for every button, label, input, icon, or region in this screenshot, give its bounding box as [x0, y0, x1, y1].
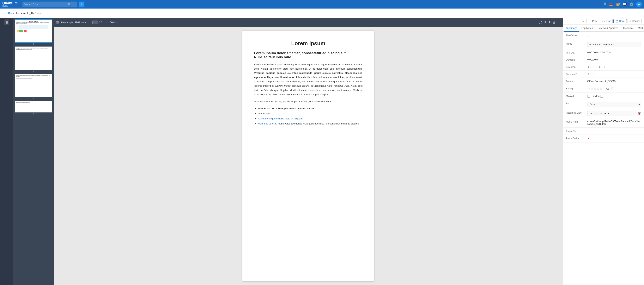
recorded-date-value: 📅 [587, 111, 641, 116]
name-value [587, 42, 641, 47]
star-5[interactable]: ☆ [600, 87, 602, 91]
marked-label: Marked [566, 95, 587, 98]
hamburger-icon[interactable]: ☰ [56, 21, 59, 24]
basket-icon[interactable]: 🧺 [616, 2, 620, 7]
add-button[interactable]: + [79, 2, 84, 7]
topbar-icons: 🔎 📤 🧺 💬 ⚙️ A [602, 2, 642, 7]
proxy-online-value: ✗ [587, 137, 641, 140]
list-item-link-2[interactable]: Mauris id ex erat. [258, 122, 277, 125]
list-view-icon[interactable]: ☰ [4, 26, 9, 32]
star-1[interactable]: ☆ [587, 87, 590, 91]
name-input[interactable] [587, 42, 641, 47]
marked-checkbox[interactable] [587, 95, 590, 98]
page-number-input[interactable]: 1 [92, 21, 98, 24]
media-path-row: Media Path /Users/catdvmy/Media/S3 Tests… [563, 118, 644, 128]
doc-subtitle: Lorem ipsum dolor sit amet, consectetur … [254, 51, 362, 59]
page-navigation: 1 / 5 [92, 21, 102, 24]
prev-label: ↑ Prev [590, 20, 597, 23]
thumb-page-2[interactable]: Lorem ipsum dolor sit amet consectetur a… [15, 47, 52, 70]
list-item: Aenean congue fringilla justo ut aliquam… [258, 117, 362, 121]
star-2[interactable]: ☆ [590, 87, 593, 91]
recorded-date-input[interactable] [587, 111, 636, 116]
more-options-icon[interactable]: ⋯ [580, 19, 584, 23]
list-item[interactable]: Vestibulum neque massa scelerisque sit a… [15, 74, 52, 100]
marked-value: Hidden [587, 95, 641, 98]
list-item: Maecenas non lorem quis tellus placerat … [258, 106, 362, 111]
star-4[interactable]: ☆ [596, 87, 599, 91]
upload-icon[interactable]: 📤 [609, 2, 613, 7]
thumb-label-3: 3 [15, 97, 52, 100]
settings-icon[interactable]: ⚙️ [630, 2, 634, 7]
rating-label: Rating [566, 87, 587, 90]
thumbnail-view-icon[interactable]: ⊞ [4, 19, 9, 26]
thumb-page-1[interactable]: Lorem ipsum Lorem ipsum dolor sit amet, … [15, 19, 52, 43]
marked-checkbox-item[interactable] [587, 95, 590, 98]
proxy-file-row: Proxy File [563, 128, 644, 135]
proxy-file-label: Proxy File [566, 130, 587, 133]
type-icon[interactable]: 📄 [611, 87, 614, 90]
recorded-date-row: Recorded Date 📅 [563, 109, 644, 118]
thumb-page-4[interactable]: Aenean congue fringilla justo ut aliquam… [15, 101, 52, 112]
list-item: Nulla facilisi. [258, 112, 362, 116]
cancel-button[interactable]: ✕ Cancel [628, 19, 642, 23]
tab-review[interactable]: Review & Approve [595, 25, 620, 32]
expand-icon[interactable]: ⛶ [539, 21, 542, 24]
format-label: Format [566, 80, 587, 83]
search-tools-icon[interactable]: 🔎 [602, 2, 606, 7]
list-item[interactable]: Lorem ipsum dolor sit amet consectetur a… [15, 47, 52, 73]
media-path-label: Media Path [566, 120, 587, 123]
hidden-checkbox-item[interactable]: Hidden [592, 95, 603, 98]
search-bar[interactable]: 🔍 [22, 2, 77, 7]
save-icon: 💾 [616, 20, 618, 23]
name-label: Name [566, 42, 587, 45]
prev-button[interactable]: ↑ ↑ Prev [586, 19, 599, 23]
file-online-row: File Online ✓ [563, 32, 644, 40]
list-item[interactable]: Lorem ipsum Lorem ipsum dolor sit amet, … [15, 19, 52, 45]
rotate-icon[interactable]: ↺ [544, 21, 546, 24]
right-panel: ⋯ ↑ ↑ Prev ↓ ↓ Next 💾 Save ✕ Cancel Summ… [563, 18, 644, 285]
doc-page: Lorem ipsum Lorem ipsum dolor sit amet, … [242, 31, 374, 281]
back-link[interactable]: Back [8, 12, 14, 15]
thumb-page-3[interactable]: Vestibulum neque massa scelerisque sit a… [15, 74, 52, 97]
star-3[interactable]: ☆ [594, 87, 596, 91]
search-icon[interactable]: 🔍 [68, 3, 71, 6]
hidden-label: Hidden [592, 95, 600, 98]
save-button[interactable]: 💾 Save [614, 19, 626, 23]
right-topbar: ⋯ ↑ ↑ Prev ↓ ↓ Next 💾 Save ✕ Cancel [563, 18, 644, 25]
right-tabs: Summary Log Notes Review & Approve Techn… [563, 25, 644, 32]
duration-value: 0:00:00.0 [587, 58, 641, 61]
tab-mark[interactable]: Mark [636, 25, 644, 32]
download-icon[interactable]: ⬇ [548, 21, 551, 24]
metadata-content: File Online ✓ Name In & Out 0:00:00.0 - … [563, 32, 644, 285]
tab-lognotes[interactable]: Log Notes [579, 25, 595, 32]
format-value: Office Document (DOCX) [587, 80, 641, 83]
rating-row: Rating ☆ ☆ ☆ ☆ ☆ Type 📄 [563, 85, 644, 93]
file-online-label: File Online [566, 34, 587, 37]
hidden-checkbox[interactable] [600, 95, 603, 98]
search-input[interactable] [24, 3, 66, 6]
zoom-level: 100% [108, 21, 115, 24]
duration2-row: Duration 2 -:--:--:-- [563, 71, 644, 78]
zoom-out-button[interactable]: − [106, 21, 107, 24]
print-icon[interactable]: 🖨 [552, 21, 556, 24]
thumb-sidebar: ⊞ ☰ [0, 18, 13, 285]
list-item-link-1[interactable]: Aenean congue fringilla justo ut aliquam… [258, 117, 303, 120]
star-rating[interactable]: ☆ ☆ ☆ ☆ ☆ [587, 87, 602, 91]
duration2-label: Duration 2 [566, 73, 587, 76]
in-out-label: In & Out [566, 51, 587, 54]
next-label: ↓ Next [604, 20, 610, 23]
tab-technical[interactable]: Technical [620, 25, 636, 32]
zoom-in-button[interactable]: + [116, 21, 118, 24]
duration2-value: -:--:--:-- [587, 73, 641, 75]
doc-paragraph-2: Maecenas mauris lectus, lobortis et puru… [254, 99, 362, 104]
calendar-icon[interactable]: 📅 [637, 112, 641, 115]
back-arrow-icon[interactable]: ← [3, 11, 6, 15]
avatar[interactable]: A [636, 2, 642, 7]
next-button[interactable]: ↓ ↓ Next [600, 19, 613, 23]
list-item[interactable]: Aenean congue fringilla justo ut aliquam… [15, 101, 52, 115]
tab-summary[interactable]: Summary [564, 25, 579, 32]
bin-select[interactable]: Docs Media Archive [587, 102, 641, 107]
brand-name: Quantum. [2, 1, 18, 5]
chat-icon[interactable]: 💬 [623, 2, 627, 7]
more-icon[interactable]: ⋯ [558, 21, 560, 24]
